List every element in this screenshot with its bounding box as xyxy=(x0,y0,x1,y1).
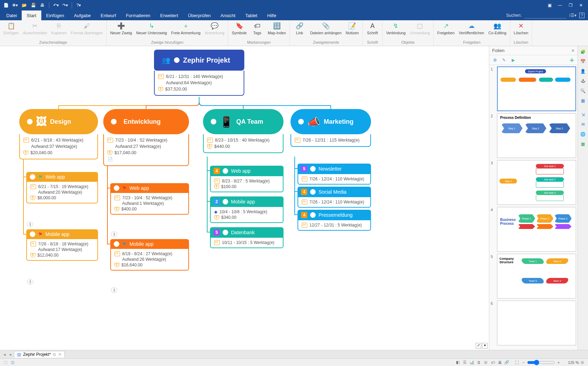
ribbon-paste-button[interactable]: 📋Einfügen xyxy=(2,21,20,36)
tab-datei[interactable]: Datei xyxy=(1,10,22,20)
sidebar-info-icon[interactable]: 🕹 xyxy=(579,77,587,85)
sb-print-icon[interactable]: 🖶 xyxy=(496,359,503,366)
ribbon-copy-button[interactable]: ⎘Kopieren xyxy=(50,21,68,36)
ribbon-border-button[interactable]: ▢Umrandung xyxy=(408,21,431,36)
search-options-icon[interactable]: ⁞☰▾ xyxy=(569,13,576,18)
ribbon-free-note-button[interactable]: ＋Freie Anmerkung xyxy=(170,21,202,36)
canvas[interactable]: 👥 Zephir Projekt 6/21 - 12/31 : 140 Werk… xyxy=(0,46,489,350)
close-icon[interactable]: ✕ xyxy=(576,1,586,9)
canvas-expand-icon[interactable]: ⤢ xyxy=(476,343,481,349)
slides-play-icon[interactable]: ▶ xyxy=(510,57,517,64)
redo-icon[interactable]: ↷▾ xyxy=(61,1,69,9)
ribbon-coedit-button[interactable]: 👥Co-Editing xyxy=(487,21,507,36)
child-node[interactable]: 5Datenbank10/11 - 10/15 : 5 Werktag(e) xyxy=(210,227,284,248)
child-node[interactable]: 4Social Media7/26 - 12/24 : 110 Werktag(… xyxy=(298,187,371,208)
print-icon[interactable]: 🖶 xyxy=(38,1,46,9)
tab-start[interactable]: Start xyxy=(22,10,41,20)
zoom-slider[interactable] xyxy=(527,360,555,365)
ribbon-new-branch-button[interactable]: ➕Neuer Zweig xyxy=(109,21,133,36)
slide-thumbnail[interactable]: 1Zephir Project xyxy=(491,66,576,111)
tab-tablet[interactable]: Tablet xyxy=(240,10,262,20)
slide-thumbnail[interactable]: 4Business ProcessPhase 1Phase 2Phase 3 xyxy=(491,207,576,252)
sidebar-format-icon[interactable]: ▦ xyxy=(579,96,587,105)
slides-settings-icon[interactable]: ⚙ xyxy=(491,57,498,64)
tab-aufgabe[interactable]: Aufgabe xyxy=(69,10,96,20)
sb-mapview-icon[interactable]: ◧ xyxy=(454,359,461,366)
sb-link-icon[interactable]: 🔗 xyxy=(503,359,510,366)
zoom-out-icon[interactable]: − xyxy=(520,359,527,366)
slide-thumbnail[interactable]: 5Company StructureTeam 1Team 2Team 3Team… xyxy=(491,254,576,299)
branch-node[interactable]: 📱 QA Team 8/23 - 10/15 : 40 Werktag(e)$4… xyxy=(203,109,284,153)
tab-entwurf[interactable]: Entwurf xyxy=(96,10,121,20)
sidebar-web-icon[interactable]: 🌐 xyxy=(579,130,587,138)
child-node[interactable]: ⚑Web app6/21 - 7/15 : 19 Werktag(e)Aufwa… xyxy=(26,172,98,203)
sb-schedule-icon[interactable]: 🗓 xyxy=(475,359,482,366)
doctab-prev[interactable]: ◂ xyxy=(1,352,8,357)
minimize-icon[interactable]: — xyxy=(555,1,565,9)
undo-icon[interactable]: ↶▾ xyxy=(52,1,60,9)
ribbon-share-button[interactable]: ↗Freigeben xyxy=(436,21,456,36)
slides-edit-icon[interactable]: ✎ xyxy=(500,57,507,64)
maximize-icon[interactable]: ❐ xyxy=(566,1,575,9)
ribbon-tags-button[interactable]: 🏷Tags xyxy=(250,21,265,36)
doc-close-icon[interactable]: ✕ xyxy=(58,352,62,357)
tab-einfuegen[interactable]: Einfügen xyxy=(41,10,69,20)
tab-ueberpruefen[interactable]: Überprüfen xyxy=(183,10,216,20)
ribbon-link-button[interactable]: 🔗Link xyxy=(292,21,307,36)
tab-erweitert[interactable]: Erweitert xyxy=(155,10,183,20)
sb-fit-icon[interactable]: ⛶ xyxy=(513,359,520,366)
ribbon-brush-button[interactable]: 🖌Format übertragen xyxy=(70,21,104,36)
doctab-next[interactable]: ▸ xyxy=(8,352,14,357)
ribbon-notes-button[interactable]: 📝Notizen xyxy=(344,21,360,36)
child-node[interactable]: 2Mobile app◆10/4 - 10/8 : 5 Werktag(e)$3… xyxy=(210,196,284,223)
sb-tag-icon[interactable]: 🏷 xyxy=(489,359,496,366)
sidebar-map-parts-icon[interactable]: 🧩 xyxy=(579,48,587,56)
child-node[interactable]: ⚑Web app7/23 - 10/4 : 52 Werktag(e)Aufwa… xyxy=(110,183,189,215)
sidebar-outlook-icon[interactable]: ✉ xyxy=(579,120,587,129)
child-node[interactable]: ⚑Mobile app7/26 - 8/18 : 18 Werktag(e)Au… xyxy=(26,229,98,261)
sidebar-export-icon[interactable]: ⇲ xyxy=(579,110,587,119)
ribbon-new-subbranch-button[interactable]: ↳Neuer Unterzweig xyxy=(135,21,168,36)
help-icon[interactable]: ? xyxy=(579,13,584,18)
help-dropdown-icon[interactable]: ?▾ xyxy=(75,1,83,9)
child-count-pill[interactable]: 3 xyxy=(27,279,33,285)
slide-thumbnail[interactable]: 6 xyxy=(491,301,576,345)
collapse-ribbon-icon[interactable]: ▣ xyxy=(545,1,554,9)
open-icon[interactable]: 📂 xyxy=(20,1,28,9)
slide-thumbnail[interactable]: 3Task 1Sub-task 1Sub-task 2Sub-task 3 xyxy=(491,160,576,205)
child-node[interactable]: 4Pressemeldung12/27 - 12/31 : 5 Werktag(… xyxy=(298,210,371,231)
ribbon-publish-button[interactable]: ☁Veröffentlichen xyxy=(457,21,486,36)
ribbon-symbols-button[interactable]: 🔖Symbole xyxy=(230,21,248,36)
sb-icons-icon[interactable]: ◎ xyxy=(482,359,489,366)
doc-popup-icon[interactable]: ⧉ xyxy=(53,352,56,357)
child-node[interactable]: 5Newsletter7/26 - 12/24 : 110 Werktag(e) xyxy=(298,164,371,185)
canvas-more-icon[interactable]: ▾ xyxy=(482,343,488,349)
child-node[interactable]: 4Web app8/23 - 8/27 : 5 Werktag(e)$100.0… xyxy=(210,166,284,192)
ribbon-cut-button[interactable]: ✂Ausschneiden xyxy=(21,21,48,36)
root-node[interactable]: 👥 Zephir Projekt 6/21 - 12/31 : 140 Werk… xyxy=(154,50,244,96)
child-count-pill[interactable]: 3 xyxy=(111,287,117,293)
document-tab[interactable]: ▤ Zephir Projekt* ⧉ ✕ xyxy=(14,351,65,358)
tab-hilfe[interactable]: Hilfe xyxy=(262,10,281,20)
branch-node[interactable]: Entwicklung 7/23 - 10/4 : 52 Werktag(e)A… xyxy=(103,109,189,166)
save-icon[interactable]: 💾 xyxy=(29,1,37,9)
zoom-in-icon[interactable]: + xyxy=(555,359,562,366)
slides-add-icon[interactable]: ＋ xyxy=(568,57,575,64)
ribbon-map-index-button[interactable]: 🔢Map-Index xyxy=(266,21,287,36)
child-count-pill[interactable]: 3 xyxy=(27,222,33,227)
sidebar-task-icon[interactable]: 📅 xyxy=(579,57,587,66)
branch-node[interactable]: 📣 Marketing 7/26 - 12/31 : 115 Werktag(e… xyxy=(290,109,371,147)
search-input[interactable] xyxy=(524,12,566,19)
ribbon-attach-button[interactable]: 📎Dateien anhängen xyxy=(309,21,343,36)
ribbon-delete-button[interactable]: ✕Löschen xyxy=(512,21,530,36)
new-file-icon[interactable]: 📄 xyxy=(2,1,10,9)
sb-outline-icon[interactable]: ☰ xyxy=(461,359,468,366)
panel-close-icon[interactable]: ✕ xyxy=(571,48,575,53)
ribbon-connection-button[interactable]: ↯Verbindung xyxy=(385,21,407,36)
slide-thumbnail[interactable]: 2Process DefinitionStep 1Step 2Step 3 xyxy=(491,113,576,158)
tab-formatieren[interactable]: Formatieren xyxy=(121,10,155,20)
sb-view1-icon[interactable]: ⬚ xyxy=(2,359,9,366)
sb-gantt-icon[interactable]: 📊 xyxy=(468,359,475,366)
sb-view2-icon[interactable]: ◫ xyxy=(9,359,16,366)
child-node[interactable]: ⚑Mobile app8/19 - 9/24 : 27 Werktag(e)Au… xyxy=(110,239,189,271)
